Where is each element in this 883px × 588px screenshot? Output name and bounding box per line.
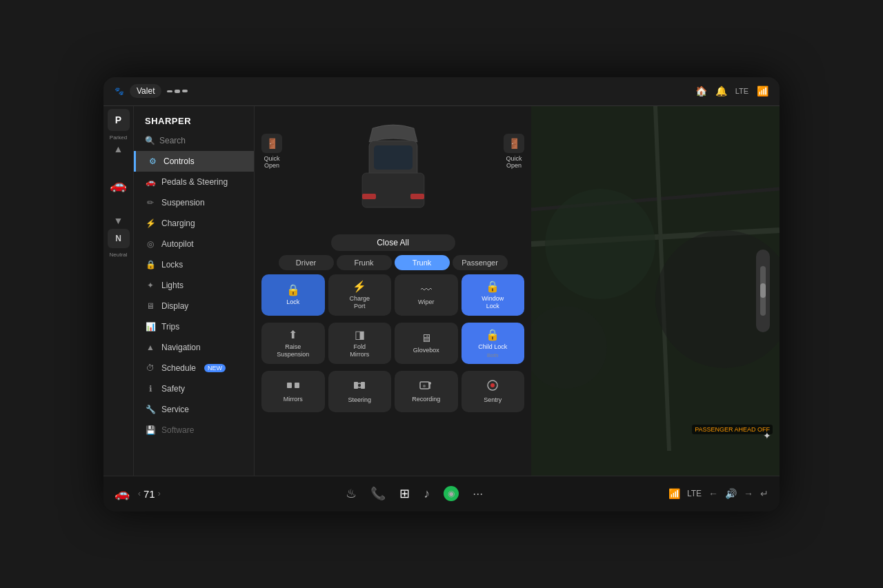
- lock-button[interactable]: 🔒 Lock: [261, 274, 325, 316]
- volume-icon[interactable]: 🔊: [725, 488, 737, 499]
- search-row[interactable]: 🔍 Search: [134, 133, 254, 151]
- bell-icon[interactable]: 🔔: [715, 85, 727, 97]
- pedals-label: Pedals & Steering: [161, 177, 228, 187]
- map-panel: PASSENGER AHEAD OFF ✦: [531, 106, 780, 476]
- software-label: Software: [161, 425, 194, 435]
- top-bar-left: 🐾 Valet: [115, 84, 687, 98]
- display-label: Display: [161, 301, 188, 311]
- close-all-button[interactable]: Close All: [331, 234, 455, 251]
- brightness-icon[interactable]: ✦: [763, 430, 771, 441]
- phone-icon[interactable]: 📞: [370, 486, 386, 501]
- fold-mirrors-icon: ◨: [355, 328, 365, 341]
- quick-open-left-button[interactable]: 🚪 QuickOpen: [261, 134, 282, 170]
- raise-suspension-label: RaiseSuspension: [277, 343, 309, 358]
- wiper-label: Wiper: [418, 298, 435, 306]
- tab-driver[interactable]: Driver: [279, 255, 334, 270]
- spotify-icon[interactable]: ◉: [444, 486, 459, 501]
- sidebar-item-navigation[interactable]: ▲ Navigation: [134, 337, 254, 358]
- more-icon[interactable]: ···: [473, 487, 483, 501]
- bottom-right: 📶 LTE ← 🔊 → ↵: [668, 488, 768, 499]
- sidebar-item-safety[interactable]: ℹ Safety: [134, 378, 254, 399]
- child-lock-icon: 🔒: [486, 328, 499, 341]
- sidebar-item-autopilot[interactable]: ◎ Autopilot: [134, 234, 254, 254]
- brightness-slider[interactable]: [756, 250, 770, 332]
- passenger-ahead-label: PASSENGER AHEAD OFF: [692, 425, 773, 434]
- fold-mirrors-label: FoldMirrors: [350, 343, 369, 358]
- steering-label: Steering: [348, 396, 371, 404]
- safety-label: Safety: [161, 384, 185, 394]
- child-lock-button[interactable]: 🔒 Child Lock Both: [462, 323, 525, 365]
- gear-n-label: Neutral: [110, 252, 128, 258]
- main-content: P Parked ▲ 🚗 ▼ N Neutral SHARPER 🔍 Searc…: [103, 106, 780, 476]
- sidebar-item-suspension[interactable]: ✏ Suspension: [134, 192, 254, 213]
- svg-point-11: [428, 382, 431, 385]
- controls-icon: ⚙: [147, 156, 158, 166]
- sentry-label: Sentry: [484, 396, 502, 404]
- temp-down-button[interactable]: ‹: [138, 489, 141, 498]
- wiper-button[interactable]: 〰 Wiper: [395, 274, 458, 316]
- hvac-icon[interactable]: ♨: [346, 486, 357, 501]
- steering-button[interactable]: Steering: [328, 371, 392, 412]
- quick-open-right-label: QuickOpen: [506, 155, 522, 170]
- charge-port-icon: ⚡: [353, 280, 366, 293]
- music-note-icon[interactable]: ♪: [424, 487, 430, 501]
- media-next-button[interactable]: →: [744, 488, 753, 499]
- car-bottom-icon: 🚗: [115, 486, 130, 501]
- tab-trunk[interactable]: Trunk: [395, 255, 450, 270]
- media-enter-button[interactable]: ↵: [760, 488, 768, 499]
- tab-frunk[interactable]: Frunk: [337, 255, 392, 270]
- sidebar-item-software[interactable]: 💾 Software: [134, 420, 254, 440]
- quick-open-right-button[interactable]: 🚪 QuickOpen: [504, 134, 524, 170]
- map-background: PASSENGER AHEAD OFF ✦: [531, 106, 780, 476]
- sidebar-item-schedule[interactable]: ⏱ Schedule NEW: [134, 358, 254, 378]
- sentry-icon: [486, 379, 499, 394]
- valet-label: Valet: [137, 86, 155, 96]
- temp-section: ‹ 71 ›: [138, 488, 161, 500]
- glovebox-button[interactable]: 🖥 Glovebox: [395, 323, 458, 365]
- search-label: Search: [159, 136, 186, 145]
- recording-button[interactable]: Recording: [395, 371, 458, 412]
- valet-badge[interactable]: Valet: [130, 84, 161, 98]
- gear-n: N: [108, 229, 130, 248]
- window-lock-label: WindowLock: [482, 295, 504, 310]
- sidebar-item-pedals[interactable]: 🚗 Pedals & Steering: [134, 172, 254, 192]
- media-prev-button[interactable]: ←: [708, 488, 718, 499]
- arrow-up-button[interactable]: ▲: [114, 143, 123, 154]
- signal-icon: LTE: [687, 489, 702, 498]
- recording-label: Recording: [412, 396, 440, 403]
- sidebar-item-locks[interactable]: 🔒 Locks: [134, 254, 254, 275]
- sidebar-item-display[interactable]: 🖥 Display: [134, 296, 254, 316]
- sentry-button[interactable]: Sentry: [462, 371, 525, 412]
- controls-label: Controls: [163, 156, 195, 166]
- raise-suspension-button[interactable]: ⬆ RaiseSuspension: [261, 323, 325, 365]
- raise-suspension-icon: ⬆: [288, 328, 297, 341]
- lte-icon: LTE: [735, 87, 748, 95]
- wifi-icon: 📶: [668, 488, 680, 499]
- sidebar-item-trips[interactable]: 📊 Trips: [134, 316, 254, 337]
- lights-label: Lights: [161, 281, 183, 290]
- window-lock-icon: 🔒: [486, 280, 499, 293]
- schedule-icon: ⏱: [145, 363, 156, 373]
- sidebar-item-charging[interactable]: ⚡ Charging: [134, 213, 254, 234]
- svg-rect-3: [410, 194, 424, 199]
- arrow-down-button[interactable]: ▼: [114, 215, 123, 226]
- steering-icon: [353, 379, 366, 394]
- home-icon[interactable]: 🏠: [695, 85, 707, 97]
- sidebar-item-lights[interactable]: ✦ Lights: [134, 275, 254, 296]
- tab-passenger[interactable]: Passenger: [453, 255, 508, 270]
- child-lock-sublabel: Both: [487, 352, 498, 358]
- sidebar-item-service[interactable]: 🔧 Service: [134, 399, 254, 420]
- sidebar-item-controls[interactable]: ⚙ Controls: [134, 151, 254, 172]
- temp-up-button[interactable]: ›: [158, 489, 161, 498]
- window-lock-button[interactable]: 🔒 WindowLock: [462, 274, 525, 316]
- software-icon: 💾: [145, 425, 156, 435]
- map-svg: [531, 106, 780, 476]
- fold-mirrors-button[interactable]: ◨ FoldMirrors: [328, 323, 392, 365]
- svg-rect-4: [374, 145, 413, 170]
- charge-port-button[interactable]: ⚡ ChargePort: [328, 274, 392, 316]
- bottom-icons: ♨ 📞 ⊞ ♪ ◉ ···: [169, 486, 660, 501]
- app-grid-icon[interactable]: ⊞: [399, 486, 410, 501]
- mirrors-button[interactable]: Mirrors: [261, 371, 325, 412]
- recording-icon: [419, 380, 433, 394]
- wave1: [167, 90, 172, 92]
